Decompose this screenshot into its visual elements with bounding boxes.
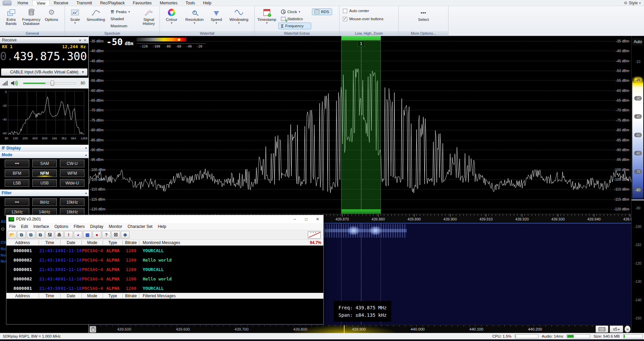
column-filtered-messages[interactable]: Filtered Messages	[139, 294, 303, 298]
tuned-frequency[interactable]: 0.439.875.300	[0, 49, 88, 63]
filter-more-button[interactable]: •••	[5, 198, 29, 206]
spectrum-plot-area[interactable]: -35 dBm-35 dBm-40 dBm-40 dBm-45 dBm-45 d…	[89, 36, 631, 214]
column-type[interactable]: Type	[103, 240, 123, 245]
panel-dropdown-icon[interactable]: ▾	[79, 38, 81, 42]
mode-cwu-button[interactable]: CW-U	[60, 160, 84, 167]
pdw-message-row[interactable]: 000000221:43:4001-11-18POCSAG-4ALPHA1200…	[6, 274, 323, 283]
mode-more-button[interactable]: •••	[5, 160, 29, 167]
record-button[interactable]: ●	[93, 231, 101, 239]
scale-button[interactable]: Scale ▾	[66, 7, 84, 29]
receive-panel-header[interactable]: Receive ▾ ✕	[0, 37, 88, 43]
noise-floor-marker-line[interactable]	[632, 200, 644, 200]
pdw-message-row[interactable]: 000000121:43:3901-11-18POCSAG-4ALPHA1200…	[6, 265, 323, 274]
mouse-over-buttons-checkbox[interactable]	[343, 17, 347, 21]
minimize-button[interactable]: –	[289, 215, 300, 223]
column-address[interactable]: Address	[6, 240, 39, 245]
menu-display[interactable]: Display	[87, 224, 106, 229]
volume-slider[interactable]	[23, 80, 76, 86]
menu-options[interactable]: Options	[52, 224, 71, 229]
section-if-display[interactable]: IF Display ▾	[0, 145, 88, 151]
help-button[interactable]: ?	[102, 231, 111, 239]
panel-close-icon[interactable]: ✕	[84, 38, 86, 42]
tab-receive[interactable]: Receive	[50, 0, 72, 6]
tab-memories[interactable]: Memories	[156, 0, 182, 6]
signal-history-button[interactable]: Signal History	[139, 7, 158, 29]
keyboard-entry-button[interactable]	[596, 326, 608, 333]
menu-file[interactable]: File	[6, 224, 18, 229]
mode-bfm-button[interactable]: BFM	[5, 169, 29, 177]
menu-interface[interactable]: Interface	[31, 224, 52, 229]
filter-8khz-button[interactable]: 8kHz	[32, 198, 57, 206]
monitored-messages-header[interactable]: Address Time Date Mode Type Bitrate Moni…	[6, 240, 323, 246]
column-time[interactable]: Time	[39, 294, 61, 298]
column-bitrate[interactable]: Bitrate	[123, 294, 139, 298]
column-bitrate[interactable]: Bitrate	[123, 240, 139, 245]
chevron-up-icon[interactable]: ▴	[85, 191, 87, 195]
terminal-button[interactable]: ▦	[83, 231, 92, 239]
column-time[interactable]: Time	[39, 240, 61, 245]
filter-passband-overlay[interactable]: 1	[341, 36, 381, 214]
extra-bands-button[interactable]: Extra Bands	[1, 7, 21, 29]
column-mode[interactable]: Mode	[82, 294, 103, 298]
frequency-database-button[interactable]: Frequency Database	[22, 7, 41, 29]
column-date[interactable]: Date	[61, 294, 82, 298]
mouse-over-buttons-checkbox-row[interactable]: Mouse-over buttons	[343, 15, 384, 23]
clock-button[interactable]: Clock ▾	[278, 8, 311, 15]
auto-center-checkbox[interactable]	[343, 9, 347, 13]
column-monitored-messages[interactable]: Monitored Messages	[139, 240, 303, 245]
fast-forward-button[interactable]	[624, 326, 631, 333]
column-type[interactable]: Type	[103, 294, 123, 298]
pdw-message-row[interactable]: 000000121:43:5901-11-18POCSAG-4ALPHA1200…	[6, 283, 323, 293]
column-mode[interactable]: Mode	[82, 240, 103, 245]
tab-home[interactable]: Home	[13, 0, 32, 6]
speed-button[interactable]: Speed ▾	[207, 7, 226, 29]
peaks-button[interactable]: ⇈ Peaks ▾	[108, 8, 139, 15]
menu-edit[interactable]: Edit	[18, 224, 31, 229]
agc-radio-button[interactable]	[1, 228, 4, 231]
column-address[interactable]: Address	[6, 294, 39, 298]
menu-character-set[interactable]: Character Set	[125, 224, 155, 229]
mode-lsb-button[interactable]: LSB	[5, 179, 29, 187]
statistics-button[interactable]: Statistics	[278, 15, 311, 22]
mode-sam-button[interactable]: SAM	[32, 160, 57, 167]
copy-button[interactable]: ⧉	[17, 231, 26, 239]
chevron-up-icon[interactable]: ▴	[85, 153, 87, 157]
maximum-button[interactable]: Maximum	[108, 23, 139, 29]
timestamp-button[interactable]: Timestamp ▾	[256, 7, 278, 29]
audio-device-select[interactable]: CABLE Input (VB-Audio Virtual Cable) ▼	[1, 68, 87, 76]
save-button[interactable]: 🖫	[45, 231, 54, 239]
menu-filters[interactable]: Filters	[71, 224, 87, 229]
select-button[interactable]: ••• Select	[414, 7, 433, 29]
colour-button[interactable]: Colour ▾	[161, 7, 182, 29]
menu-monitor[interactable]: Monitor	[106, 224, 125, 229]
mode-nfm-button[interactable]: NFM	[32, 169, 57, 177]
pie-chart-button[interactable]: ◕	[74, 231, 82, 239]
pdw-message-row[interactable]: 000000121:43:1401-11-18POCSAG-4ALPHA1200…	[6, 246, 323, 255]
zoom-factor-button[interactable]: x5 ▸	[610, 326, 623, 333]
frequency-button[interactable]: Σ Frequency	[278, 23, 311, 29]
style-button[interactable]: ⚙ Style ▾	[620, 1, 644, 5]
mode-wfm-button[interactable]: WFM	[60, 169, 84, 177]
tab-transmit[interactable]: Transmit	[72, 0, 96, 6]
resolution-button[interactable]: Resolution ▾	[183, 7, 206, 29]
pdw-message-row[interactable]: 000000221:43:1601-11-18POCSAG-4ALPHA1200…	[6, 255, 323, 265]
tab-help[interactable]: Help	[199, 0, 216, 6]
auto-scale-button[interactable]: Auto	[632, 38, 643, 45]
passband-bottom-cap[interactable]	[342, 209, 381, 214]
copy-list-button[interactable]: ⧉	[36, 231, 45, 239]
print-button[interactable]: 🖶	[55, 231, 64, 239]
speaker-icon[interactable]	[11, 80, 18, 86]
volume-slider-knob[interactable]	[50, 80, 54, 86]
chevron-down-icon[interactable]: ▾	[85, 146, 87, 150]
close-button[interactable]: ✕	[312, 215, 323, 223]
shaded-button[interactable]: Shaded	[108, 15, 139, 22]
tab-rec-playback[interactable]: Rec/Playback	[96, 0, 129, 6]
scale-tick-label[interactable]: -20	[632, 78, 644, 82]
smoothing-button[interactable]: Smoothing	[84, 7, 107, 29]
open-folder-button[interactable]: 📂	[8, 231, 16, 239]
monitored-messages-list[interactable]: 000000121:43:1401-11-18POCSAG-4ALPHA1200…	[6, 246, 323, 293]
section-mode[interactable]: Mode ▴	[0, 151, 88, 158]
copy-page-button[interactable]: ⧉	[27, 231, 35, 239]
clear-box-button[interactable]: ☒	[111, 231, 120, 239]
band-frequency-bar[interactable]: 439.500439.600439.700439.800439.900440.0…	[89, 325, 631, 333]
